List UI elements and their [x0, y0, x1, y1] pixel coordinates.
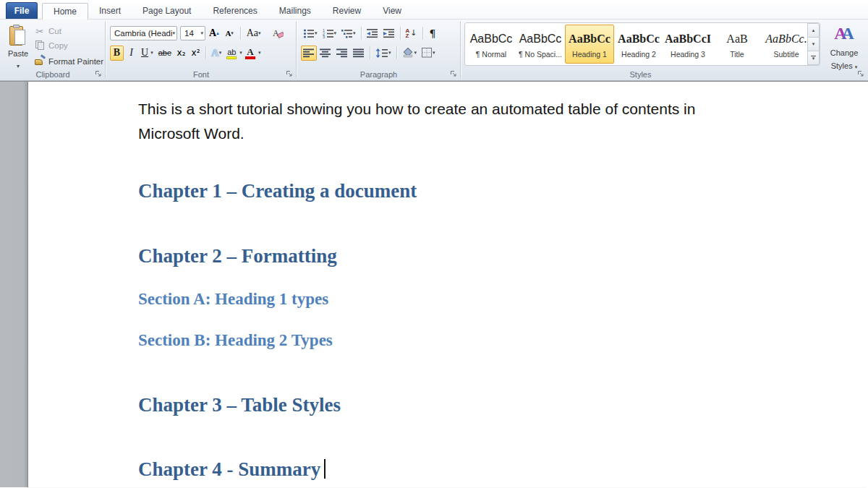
- style-sample: AaBbCc: [615, 29, 663, 49]
- align-left-button[interactable]: [301, 46, 317, 61]
- chevron-down-icon[interactable]: ▾: [172, 30, 175, 36]
- change-case-glyph: Aa: [247, 27, 258, 39]
- file-tab[interactable]: File: [6, 2, 38, 19]
- increase-indent-button[interactable]: [381, 25, 397, 40]
- shading-button[interactable]: ▾: [400, 46, 420, 61]
- tab-page-layout[interactable]: Page Layout: [132, 2, 202, 19]
- tab-home[interactable]: Home: [42, 3, 88, 20]
- paste-button[interactable]: Paste ▾: [4, 22, 32, 74]
- heading-section-b[interactable]: Section B: Heading 2 Types: [138, 331, 333, 350]
- chevron-down-icon[interactable]: ▾: [353, 30, 356, 36]
- font-dialog-launcher-icon[interactable]: [285, 69, 294, 78]
- clipboard-group-label: Clipboard: [0, 70, 106, 79]
- chevron-down-icon[interactable]: ▾: [219, 50, 222, 56]
- style-sample: AaBbCc: [516, 29, 564, 49]
- tab-view[interactable]: View: [372, 2, 412, 19]
- heading-chapter-2[interactable]: Chapter 2 – Formatting: [138, 245, 337, 267]
- grow-font-glyph: A: [209, 27, 216, 39]
- multilevel-list-icon: [341, 28, 353, 38]
- style-title[interactable]: AaB Title: [712, 25, 762, 64]
- paragraph-dialog-launcher-icon[interactable]: [449, 69, 458, 78]
- style-heading-2[interactable]: AaBbCc Heading 2: [614, 25, 663, 64]
- italic-button[interactable]: I: [124, 46, 138, 61]
- gallery-scroll-down-button[interactable]: ▾: [807, 38, 820, 51]
- heading-chapter-4-text: Chapter 4 - Summary: [138, 458, 320, 480]
- borders-button[interactable]: ▾: [420, 46, 438, 61]
- style-no-spacing[interactable]: AaBbCc ¶ No Spaci...: [516, 25, 565, 64]
- text-effects-button[interactable]: A▾: [209, 46, 224, 61]
- heading-chapter-1[interactable]: Chapter 1 – Creating a document: [138, 180, 417, 202]
- paste-dropdown-arrow[interactable]: ▾: [17, 63, 20, 69]
- style-label: ¶ No Spaci...: [516, 50, 564, 59]
- style-subtitle[interactable]: AaBbCc. Subtitle: [762, 25, 811, 64]
- show-formatting-marks-button[interactable]: ¶: [426, 25, 440, 40]
- chevron-down-icon[interactable]: ▾: [334, 30, 337, 36]
- tab-references[interactable]: References: [202, 2, 268, 19]
- chevron-down-icon[interactable]: ▾: [433, 50, 435, 56]
- chevron-down-icon[interactable]: ▾: [414, 50, 417, 56]
- multilevel-list-button[interactable]: ▾: [339, 25, 358, 40]
- font-color-button[interactable]: A: [243, 46, 258, 61]
- tab-review[interactable]: Review: [322, 2, 372, 19]
- style-label: Title: [713, 50, 761, 59]
- cut-button[interactable]: ✂ Cut: [34, 25, 61, 38]
- font-name-combobox[interactable]: Cambria (Headi ▾: [110, 26, 177, 40]
- style-label: Heading 1: [566, 50, 613, 59]
- tab-insert[interactable]: Insert: [88, 2, 132, 19]
- highlight-color-swatch: [226, 56, 237, 59]
- justify-button[interactable]: [351, 46, 367, 61]
- subscript-button[interactable]: x₂: [174, 46, 188, 61]
- numbering-button[interactable]: 123 ▾: [320, 25, 339, 40]
- clipboard-group: Paste ▾ ✂ Cut Copy Format Painter Clipbo…: [0, 20, 106, 80]
- align-right-button[interactable]: [334, 46, 350, 61]
- chevron-down-icon[interactable]: ▾: [315, 30, 318, 36]
- copy-button[interactable]: Copy: [34, 39, 68, 52]
- style-sample: AaBbCc: [566, 29, 613, 49]
- clear-formatting-button[interactable]: A: [270, 25, 286, 40]
- document-page[interactable]: This is a short tutorial showing you how…: [27, 82, 868, 487]
- clipboard-dialog-launcher-icon[interactable]: [94, 69, 103, 78]
- tab-mailings[interactable]: Mailings: [268, 2, 322, 19]
- heading-chapter-3[interactable]: Chapter 3 – Table Styles: [138, 394, 341, 416]
- align-center-button[interactable]: [318, 46, 333, 61]
- chevron-down-icon[interactable]: ▾: [200, 30, 203, 36]
- font-size-value: 14: [184, 29, 194, 38]
- style-heading-1[interactable]: AaBbCc Heading 1: [565, 25, 614, 64]
- format-painter-button[interactable]: Format Painter: [34, 55, 103, 68]
- heading-chapter-4[interactable]: Chapter 4 - Summary: [138, 458, 326, 481]
- shrink-font-button[interactable]: A▾: [223, 25, 237, 40]
- style-normal[interactable]: AaBbCc ¶ Normal: [467, 25, 516, 64]
- chevron-down-icon[interactable]: ▾: [239, 50, 242, 56]
- text-highlight-color-button[interactable]: ab: [224, 46, 239, 61]
- style-heading-3[interactable]: AaBbCcI Heading 3: [663, 25, 712, 64]
- decrease-indent-button[interactable]: [365, 25, 380, 40]
- grow-font-button[interactable]: A▴: [207, 25, 221, 40]
- gallery-scroll-up-button[interactable]: ▴: [807, 23, 820, 38]
- superscript-button[interactable]: x²: [189, 46, 203, 61]
- chevron-down-icon[interactable]: ▾: [150, 50, 153, 56]
- line-spacing-button[interactable]: ▾: [373, 46, 393, 61]
- change-styles-button[interactable]: AA Change Styles ▾: [822, 22, 866, 73]
- font-group-label: Font: [106, 70, 297, 79]
- chevron-down-icon[interactable]: ▾: [388, 50, 391, 56]
- bold-button[interactable]: B: [110, 46, 124, 61]
- strikethrough-button[interactable]: abe: [156, 46, 174, 61]
- font-size-combobox[interactable]: 14 ▾: [180, 26, 205, 40]
- heading-section-a[interactable]: Section A: Heading 1 types: [138, 290, 328, 309]
- body-paragraph[interactable]: This is a short tutorial showing you how…: [138, 97, 695, 146]
- subscript-glyph: x₂: [177, 48, 186, 58]
- change-case-button[interactable]: Aa▾: [244, 25, 263, 40]
- underline-button[interactable]: U▾: [139, 46, 156, 61]
- font-color-glyph: A: [247, 48, 253, 56]
- styles-group: AaBbCc ¶ Normal AaBbCc ¶ No Spaci... AaB…: [461, 20, 868, 80]
- gallery-more-button[interactable]: ▾: [807, 51, 820, 65]
- highlight-glyph: ab: [227, 48, 236, 56]
- styles-dialog-launcher-icon[interactable]: [856, 69, 865, 78]
- align-center-icon: [320, 48, 331, 58]
- sort-az-icon: AZ: [406, 28, 410, 38]
- styles-group-label: Styles: [461, 70, 820, 79]
- svg-text:3: 3: [323, 35, 325, 38]
- sort-button[interactable]: AZ ↓: [404, 25, 420, 40]
- bullets-button[interactable]: ▾: [301, 25, 320, 40]
- chevron-down-icon[interactable]: ▾: [258, 50, 261, 56]
